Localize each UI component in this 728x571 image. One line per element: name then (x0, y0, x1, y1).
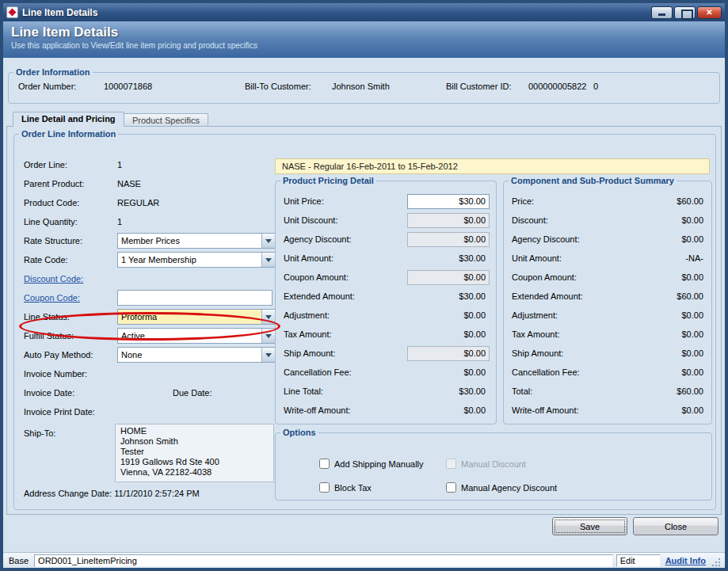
summary-price-row: Price: $60.00 (504, 192, 711, 211)
statusbar-edit-panel: Edit (616, 554, 661, 567)
summary-agency-discount-label: Agency Discount: (512, 234, 580, 244)
bill-to-customer-value: Johnson Smith (332, 82, 446, 91)
summary-coupon-amount-value: $0.00 (681, 272, 703, 282)
ship-amount-row: Ship Amount: (276, 344, 496, 363)
auto-pay-method-select[interactable]: None (117, 347, 276, 363)
block-tax-checkbox-input[interactable] (319, 482, 330, 493)
fulfill-status-select[interactable]: Active (117, 328, 276, 344)
cancellation-fee-value: $0.00 (463, 367, 490, 377)
rate-code-select[interactable]: 1 Year Membership (117, 252, 276, 268)
audit-info-link[interactable]: Audit Info (664, 556, 707, 565)
invoice-date-row: Invoice Date: Due Date: (14, 383, 279, 402)
chevron-down-icon[interactable] (261, 310, 275, 324)
invoice-number-row: Invoice Number: (14, 364, 279, 383)
unit-price-row: Unit Price: (276, 192, 496, 211)
minimize-button[interactable] (651, 6, 673, 19)
auto-pay-method-selected-value: None (118, 348, 261, 362)
agency-discount-row: Agency Discount: (276, 230, 496, 249)
unit-price-label: Unit Price: (284, 196, 324, 206)
ship-to-line: Johnson Smith (120, 436, 269, 447)
order-information-legend: Order Information (13, 67, 93, 77)
tax-amount-value: $0.00 (463, 329, 490, 339)
rate-code-label: Rate Code: (24, 255, 117, 265)
summary-write-off-value: $0.00 (681, 405, 703, 415)
line-status-select[interactable]: Proforma (117, 309, 276, 325)
write-off-amount-label: Write-off Amount: (284, 405, 351, 415)
summary-coupon-amount-row: Coupon Amount: $0.00 (504, 268, 711, 287)
summary-adjustment-row: Adjustment: $0.00 (504, 306, 711, 325)
summary-adjustment-value: $0.00 (681, 310, 703, 320)
invoice-print-date-label: Invoice Print Date: (24, 407, 117, 417)
summary-write-off-row: Write-off Amount: $0.00 (504, 401, 711, 420)
manual-discount-label: Manual Discount (461, 459, 526, 469)
maximize-button[interactable] (674, 6, 696, 19)
line-quantity-value: 1 (117, 217, 211, 226)
manual-agency-discount-checkbox[interactable]: Manual Agency Discount (446, 482, 557, 493)
chevron-down-icon[interactable] (261, 348, 275, 362)
summary-price-value: $60.00 (677, 196, 703, 206)
summary-ship-amount-row: Ship Amount: $0.00 (504, 344, 711, 363)
coupon-amount-input (407, 270, 490, 285)
unit-price-input[interactable] (407, 194, 490, 209)
summary-cancellation-fee-row: Cancellation Fee: $0.00 (504, 363, 711, 382)
coupon-code-input[interactable] (117, 290, 273, 306)
manual-agency-discount-checkbox-input[interactable] (446, 482, 456, 493)
block-tax-checkbox[interactable]: Block Tax (319, 482, 372, 493)
line-status-selected-value: Proforma (118, 310, 261, 324)
summary-cancellation-fee-value: $0.00 (681, 367, 703, 377)
add-shipping-manually-checkbox[interactable]: Add Shipping Manually (319, 459, 424, 469)
order-information-group: Order Information Order Number: 10000718… (8, 67, 720, 104)
discount-code-row: Discount Code: (14, 269, 279, 288)
ship-to-line: Tester (120, 447, 269, 457)
window-title: Line Item Details (22, 7, 651, 18)
discount-code-link[interactable]: Discount Code: (24, 274, 117, 284)
order-line-row: Order Line: 1 (14, 155, 279, 174)
rate-structure-select[interactable]: Member Prices (117, 233, 276, 249)
statusbar-module-field: ORD001_LineItemPricing (34, 554, 613, 567)
chevron-down-icon[interactable] (261, 329, 275, 343)
summary-total-label: Total: (512, 386, 532, 396)
add-shipping-manually-checkbox-input[interactable] (319, 459, 330, 469)
summary-unit-amount-label: Unit Amount: (512, 253, 562, 263)
line-total-label: Line Total: (284, 386, 323, 396)
order-line-left-column: Order Line: 1 Parent Product: NASE Produ… (14, 155, 279, 421)
address-change-date-value: 11/1/2010 2:57:24 PM (114, 489, 199, 498)
tab-product-specifics[interactable]: Product Specifics (124, 113, 208, 127)
invoice-print-date-row: Invoice Print Date: (14, 402, 279, 421)
cancellation-fee-row: Cancellation Fee: $0.00 (276, 363, 496, 382)
ship-amount-input (407, 346, 490, 361)
save-button[interactable]: Save (552, 517, 627, 535)
summary-discount-row: Discount: $0.00 (504, 211, 711, 230)
close-button[interactable]: Close (633, 517, 718, 535)
resize-grip[interactable] (711, 557, 722, 568)
summary-tax-amount-label: Tax Amount: (512, 329, 560, 339)
summary-extended-amount-value: $60.00 (677, 291, 703, 301)
parent-product-label: Parent Product: (24, 179, 117, 188)
component-summary-legend: Component and Sub-Product Summary (509, 176, 677, 185)
line-item-details-window: Line Item Details Line Item Details Use … (0, 0, 728, 571)
close-window-button[interactable] (697, 6, 722, 19)
main-content: Order Information Order Number: 10000718… (3, 58, 725, 552)
due-date-label: Due Date: (173, 388, 266, 398)
chevron-down-icon[interactable] (261, 253, 275, 267)
summary-extended-amount-row: Extended Amount: $60.00 (504, 287, 711, 306)
line-quantity-row: Line Quantity: 1 (14, 212, 279, 231)
summary-ship-amount-value: $0.00 (681, 348, 703, 358)
coupon-code-link[interactable]: Coupon Code: (24, 293, 117, 303)
order-line-label: Order Line: (24, 160, 117, 169)
summary-agency-discount-value: $0.00 (681, 234, 703, 244)
auto-pay-method-row: Auto Pay Method: None (14, 345, 279, 364)
unit-discount-input (407, 213, 490, 228)
summary-extended-amount-label: Extended Amount: (512, 291, 583, 301)
coupon-code-row: Coupon Code: (14, 288, 279, 307)
summary-total-value: $60.00 (677, 386, 703, 396)
line-total-value: $30.00 (459, 386, 490, 396)
summary-ship-amount-label: Ship Amount: (512, 348, 563, 358)
parent-product-row: Parent Product: NASE (14, 174, 279, 193)
tab-line-detail-and-pricing[interactable]: Line Detail and Pricing (13, 112, 124, 127)
line-status-row: Line Status: Proforma (14, 307, 279, 326)
tax-amount-label: Tax Amount: (284, 329, 332, 339)
adjustment-value: $0.00 (463, 310, 490, 320)
summary-cancellation-fee-label: Cancellation Fee: (512, 367, 580, 377)
chevron-down-icon[interactable] (261, 234, 275, 248)
